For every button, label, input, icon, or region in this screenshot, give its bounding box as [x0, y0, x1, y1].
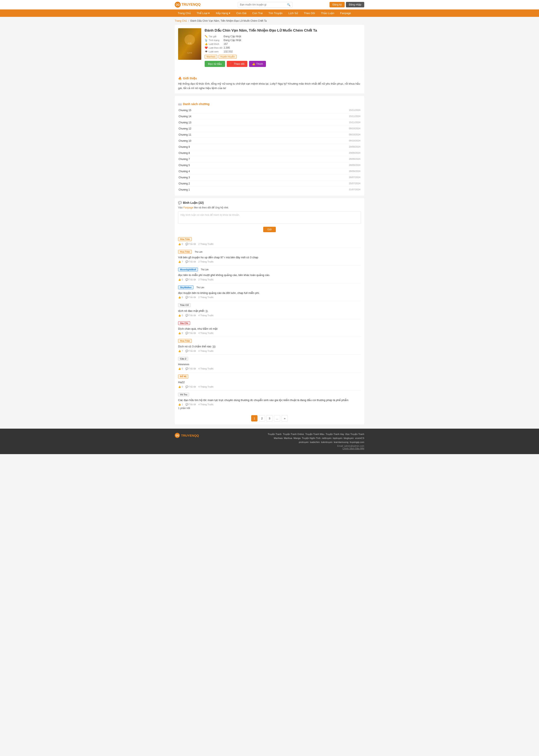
book-info: 封面 九万年 Đánh Dấu Chín Vạn Năm, Tiến Nhiệm…: [175, 25, 364, 70]
chapter-link[interactable]: Chương 9: [179, 145, 190, 148]
footer-link[interactable]: Truyện Tranh Hay: [326, 433, 344, 435]
comment-user[interactable]: SkyWalker: [178, 285, 193, 289]
chapter-link[interactable]: Chương 1: [179, 188, 190, 191]
nav-item[interactable]: Con Trai: [249, 10, 266, 17]
comment-user[interactable]: Bổ Mị: [178, 375, 188, 379]
footer-link[interactable]: learnlannuong: [334, 441, 348, 443]
footer-link[interactable]: protruyen: [299, 441, 308, 443]
footer-link[interactable]: Manhua: [284, 437, 292, 440]
comment-user[interactable]: Cào 2: [178, 357, 188, 361]
like-action[interactable]: 👍 1: [178, 403, 183, 406]
nav-item[interactable]: Xếp Hạng ▾: [213, 10, 233, 17]
page-button[interactable]: 3: [266, 415, 273, 421]
footer-link[interactable]: Manga: [293, 437, 301, 440]
chapter-link[interactable]: Chương 3: [179, 176, 190, 179]
footer-link[interactable]: Truyện Ngôn Tình: [302, 437, 321, 440]
nav-item[interactable]: Theo Dõi: [301, 10, 318, 17]
chapter-link[interactable]: Chương 10: [179, 139, 191, 142]
chapter-link[interactable]: Chương 5: [179, 164, 190, 167]
footer-link[interactable]: toptruyen: [333, 437, 342, 440]
nav-item[interactable]: Thể Loại ▾: [194, 10, 213, 17]
footer-link[interactable]: truyengqi.com: [350, 441, 364, 443]
breadcrumb-current: Đánh Dấu Chín Vạn Năm, Tiến Nhiệm Đạo Lữ…: [190, 19, 267, 22]
footer-link[interactable]: tulentruyen: [321, 441, 333, 443]
footer-link[interactable]: nettruyen: [322, 437, 332, 440]
nav-item[interactable]: Fanpage: [337, 10, 354, 17]
footer-link[interactable]: Đọc Truyện Tranh: [346, 433, 364, 435]
chapter-link[interactable]: Chương 4: [179, 170, 190, 173]
like-action[interactable]: 👍 0: [178, 314, 183, 317]
nav-item[interactable]: Trang Chủ: [175, 10, 194, 17]
fanpage-link[interactable]: Fanpage: [184, 206, 193, 209]
comment-user[interactable]: Gia Chi: [178, 321, 190, 325]
like-action[interactable]: 👍 0: [178, 278, 183, 281]
chapter-link[interactable]: Chương 13: [179, 121, 191, 124]
breadcrumb-home[interactable]: Trang Chủ: [175, 19, 187, 22]
read-button[interactable]: Đọc từ đầu: [205, 61, 225, 67]
comment-actions: 👍 0 💬 Trả lời 4 Tháng Trước: [178, 386, 361, 388]
comment-input[interactable]: Hãy bình luận có văn hoá để tránh bị khó…: [178, 211, 361, 224]
page-button[interactable]: »: [281, 415, 288, 421]
chapter-link[interactable]: Chương 15: [179, 109, 191, 112]
search-button[interactable]: 🔍: [285, 2, 292, 7]
comment-user[interactable]: Trác Cố: [178, 303, 191, 307]
nav-item[interactable]: Tìm Truyện: [266, 10, 285, 17]
chapter-link[interactable]: Chương 2: [179, 182, 190, 185]
like-action[interactable]: 👍 0: [178, 296, 183, 299]
chapter-list-section: 📖 Danh sách chương Chương 1515/11/2024Ch…: [175, 96, 364, 195]
follow-button[interactable]: ❤️ Theo dõi: [227, 61, 247, 67]
like-action[interactable]: 👍 7: [178, 350, 183, 352]
chapter-link[interactable]: Chương 8: [179, 152, 190, 155]
like-action[interactable]: 👍 7: [178, 261, 183, 263]
comments-title: Bình Luận (22): [183, 201, 203, 204]
page-button[interactable]: 2: [259, 415, 265, 421]
comment-user[interactable]: MoonlightWolf: [178, 267, 198, 271]
site-logo[interactable]: QQ TRUYENQQ: [175, 2, 201, 8]
chapter-date: 28/09/2024: [349, 158, 360, 161]
footer-link[interactable]: blogtuyen: [344, 437, 354, 440]
footer-links: Truyện TranhTruyện Tranh OnlineTruyện Tr…: [268, 433, 364, 450]
comment-text: Dịch nó cũ 3 chấm thế nào :))): [178, 344, 361, 349]
nav-item[interactable]: Lịch Sử: [285, 10, 301, 17]
privacy-link[interactable]: Chính Sách Bảo Mật: [343, 447, 364, 450]
like-action[interactable]: 👍 0: [178, 243, 183, 246]
like-action[interactable]: 👍 0: [178, 367, 183, 370]
page-button[interactable]: 1: [251, 415, 258, 421]
comment-time: 2 Tháng Trước: [198, 243, 214, 246]
chapter-link[interactable]: Chương 12: [179, 127, 191, 130]
header-buttons: Đăng ký Đăng nhập: [330, 2, 364, 7]
like-button[interactable]: 👍 Thích: [249, 61, 266, 67]
comment-item: Hoa Trân Thú Lớn Với bên g5 truyện ho up…: [178, 248, 361, 266]
footer-link[interactable]: Truyện Tranh Online: [283, 433, 304, 435]
footer-link[interactable]: tuabichim: [310, 441, 320, 443]
like-action[interactable]: 👍 0: [178, 386, 183, 388]
search-input[interactable]: [238, 2, 285, 7]
comment-user[interactable]: Hòa Trân: [178, 237, 192, 241]
comment-user[interactable]: Vô Tru: [178, 393, 189, 397]
footer-link[interactable]: Truyện Tranh: [268, 433, 281, 435]
chapter-link[interactable]: Chương 11: [179, 133, 191, 136]
login-button[interactable]: Đăng nhập: [346, 2, 364, 7]
register-button[interactable]: Đăng ký: [330, 2, 345, 7]
book-tag[interactable]: Huyền Huyễn: [218, 55, 237, 59]
footer-link[interactable]: Manhwa: [274, 437, 283, 440]
footer-link[interactable]: Truyện Tranh Màu: [305, 433, 324, 435]
status-label: 📡 Tình trạng: [205, 39, 224, 42]
footer-link[interactable]: vcomiCS: [355, 437, 364, 440]
reply-count: 1 phản hồi: [178, 407, 361, 410]
comment-actions: 👍 7 💬 Trả lời 2 Tháng Trước: [178, 261, 361, 263]
page-button[interactable]: ...: [274, 415, 280, 421]
comment-count: 💬 Trả lời: [186, 261, 196, 263]
comment-user[interactable]: Hoa Trân: [178, 339, 192, 343]
nav-item[interactable]: Con Gái: [233, 10, 249, 17]
like-action[interactable]: 👍 0: [178, 332, 183, 335]
submit-comment-button[interactable]: Gửi: [263, 227, 276, 232]
chapter-link[interactable]: Chương 7: [179, 158, 190, 161]
site-name: TRUYENQQ: [182, 3, 201, 7]
chapter-item: Chương 829/09/2024: [178, 150, 361, 156]
nav-item[interactable]: Thảo Luận: [318, 10, 337, 17]
chapter-item: Chương 326/07/2024: [178, 175, 361, 181]
book-tag[interactable]: Manhwa: [205, 55, 217, 59]
comment-user[interactable]: Hoa Trân: [178, 250, 192, 254]
chapter-link[interactable]: Chương 14: [179, 115, 191, 118]
